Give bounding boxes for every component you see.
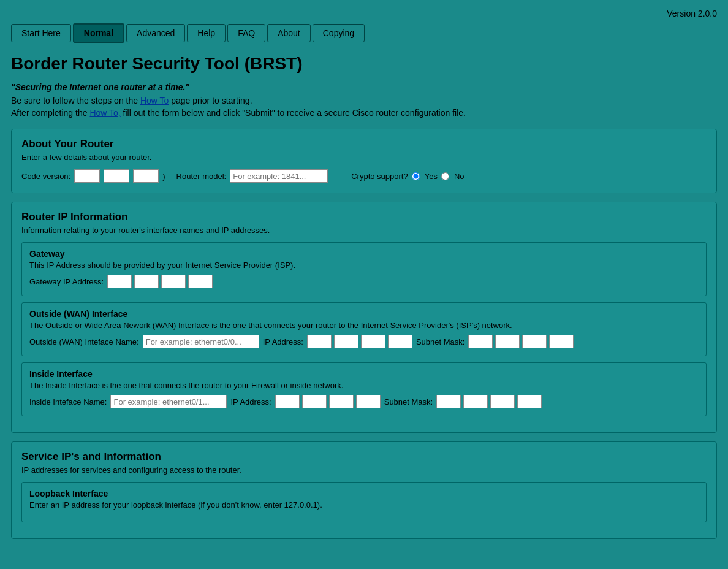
wan-form-row: Outside (WAN) Inteface Name: IP Address:… xyxy=(29,335,699,348)
tab-bar: Start Here Normal Advanced Help FAQ Abou… xyxy=(11,23,717,43)
inside-ip-label: IP Address: xyxy=(230,397,271,407)
howto-link-1[interactable]: How To xyxy=(140,96,169,105)
code-version-input-1[interactable] xyxy=(74,169,100,183)
inside-ip-1[interactable] xyxy=(275,395,300,408)
inside-subnet-3[interactable] xyxy=(490,395,515,408)
tab-about[interactable]: About xyxy=(267,24,311,42)
loopback-title: Loopback Interface xyxy=(29,489,699,498)
wan-name-input[interactable] xyxy=(143,335,259,348)
inside-form-row: Inside Inteface Name: IP Address: Subnet… xyxy=(29,395,699,408)
tagline: "Securing the Internet one router at a t… xyxy=(11,82,717,92)
inside-name-input[interactable] xyxy=(110,395,227,408)
inside-title: Inside Interface xyxy=(29,369,699,379)
tab-copying[interactable]: Copying xyxy=(313,24,365,42)
wan-ip-1[interactable] xyxy=(307,335,332,348)
inside-subnet-1[interactable] xyxy=(436,395,461,408)
inside-ip-4[interactable] xyxy=(356,395,381,408)
gateway-ip-3[interactable] xyxy=(161,275,186,288)
gateway-ip-label: Gateway IP Address: xyxy=(29,277,104,286)
service-ip-section: Service IP's and Information IP addresse… xyxy=(11,441,717,539)
wan-desc: The Outside or Wide Area Nework (WAN) In… xyxy=(29,321,699,330)
router-ip-section: Router IP Information Information relati… xyxy=(11,202,717,433)
code-version-paren: ) xyxy=(162,172,165,181)
about-router-desc: Enter a few details about your router. xyxy=(21,153,707,162)
inside-ip-2[interactable] xyxy=(302,395,327,408)
crypto-yes-radio[interactable] xyxy=(412,172,420,180)
wan-subnet-label: Subnet Mask: xyxy=(416,337,465,346)
wan-ip-label: IP Address: xyxy=(263,337,303,346)
router-model-label: Router model: xyxy=(176,172,227,181)
wan-ip-3[interactable] xyxy=(361,335,385,348)
page-title: Border Router Security Tool (BRST) xyxy=(11,54,717,74)
about-router-title: About Your Router xyxy=(21,138,707,150)
info-howto-2: After completing the How To, fill out th… xyxy=(11,108,717,118)
wan-subnet-3[interactable] xyxy=(522,335,547,348)
wan-name-label: Outside (WAN) Inteface Name: xyxy=(29,337,139,346)
tab-start-here[interactable]: Start Here xyxy=(11,24,71,42)
gateway-ip-2[interactable] xyxy=(134,275,159,288)
gateway-ip-row: Gateway IP Address: xyxy=(29,275,699,288)
wan-subnet-2[interactable] xyxy=(495,335,520,348)
code-version-input-2[interactable] xyxy=(104,169,129,183)
wan-ip-4[interactable] xyxy=(388,335,412,348)
service-ip-desc: IP addresses for services and configurin… xyxy=(21,465,707,475)
tab-faq[interactable]: FAQ xyxy=(227,24,265,42)
inside-name-label: Inside Inteface Name: xyxy=(29,397,107,407)
about-router-section: About Your Router Enter a few details ab… xyxy=(11,129,717,193)
wan-subnet-group xyxy=(468,335,574,348)
version-text: Version 2.0.0 xyxy=(11,9,717,18)
router-ip-desc: Information relating to your router's in… xyxy=(21,226,707,235)
wan-ip-group xyxy=(307,335,412,348)
code-version-group: Code version: ) xyxy=(21,169,165,183)
loopback-card: Loopback Interface Enter an IP address f… xyxy=(21,482,707,522)
gateway-card: Gateway This IP Address should be provid… xyxy=(21,242,707,296)
howto-link-2[interactable]: How To, xyxy=(89,108,120,118)
inside-desc: The Inside Interface is the one that con… xyxy=(29,381,699,390)
router-ip-title: Router IP Information xyxy=(21,211,707,223)
code-version-input-3[interactable] xyxy=(133,169,159,183)
inside-subnet-4[interactable] xyxy=(517,395,542,408)
crypto-no-label: No xyxy=(454,172,464,181)
wan-ip-2[interactable] xyxy=(334,335,358,348)
inside-subnet-2[interactable] xyxy=(463,395,488,408)
router-model-group: Router model: xyxy=(176,169,328,183)
wan-title: Outside (WAN) Interface xyxy=(29,309,699,319)
about-router-form: Code version: ) Router model: Crypto sup… xyxy=(21,169,707,183)
gateway-desc: This IP Address should be provided by yo… xyxy=(29,261,699,270)
info-howto-1: Be sure to follow the steps on the How T… xyxy=(11,96,717,105)
inside-card: Inside Interface The Inside Interface is… xyxy=(21,362,707,416)
wan-card: Outside (WAN) Interface The Outside or W… xyxy=(21,302,707,356)
inside-ip-3[interactable] xyxy=(329,395,354,408)
tab-help[interactable]: Help xyxy=(187,24,226,42)
gateway-ip-1[interactable] xyxy=(107,275,132,288)
gateway-title: Gateway xyxy=(29,249,699,259)
gateway-ip-group xyxy=(107,275,213,288)
gateway-ip-4[interactable] xyxy=(188,275,213,288)
inside-ip-group xyxy=(275,395,381,408)
crypto-group: Crypto support? Yes No xyxy=(351,172,464,181)
crypto-yes-label: Yes xyxy=(425,172,438,181)
wan-subnet-1[interactable] xyxy=(468,335,493,348)
crypto-no-radio[interactable] xyxy=(441,172,449,180)
inside-subnet-label: Subnet Mask: xyxy=(384,397,433,407)
tab-normal[interactable]: Normal xyxy=(73,23,124,43)
crypto-label: Crypto support? xyxy=(351,172,408,181)
wan-subnet-4[interactable] xyxy=(549,335,574,348)
router-model-input[interactable] xyxy=(230,169,328,183)
service-ip-title: Service IP's and Information xyxy=(21,451,707,463)
tab-advanced[interactable]: Advanced xyxy=(126,24,185,42)
loopback-desc: Enter an IP address for your loopback in… xyxy=(29,500,699,510)
code-version-label: Code version: xyxy=(21,172,70,181)
inside-subnet-group xyxy=(436,395,542,408)
